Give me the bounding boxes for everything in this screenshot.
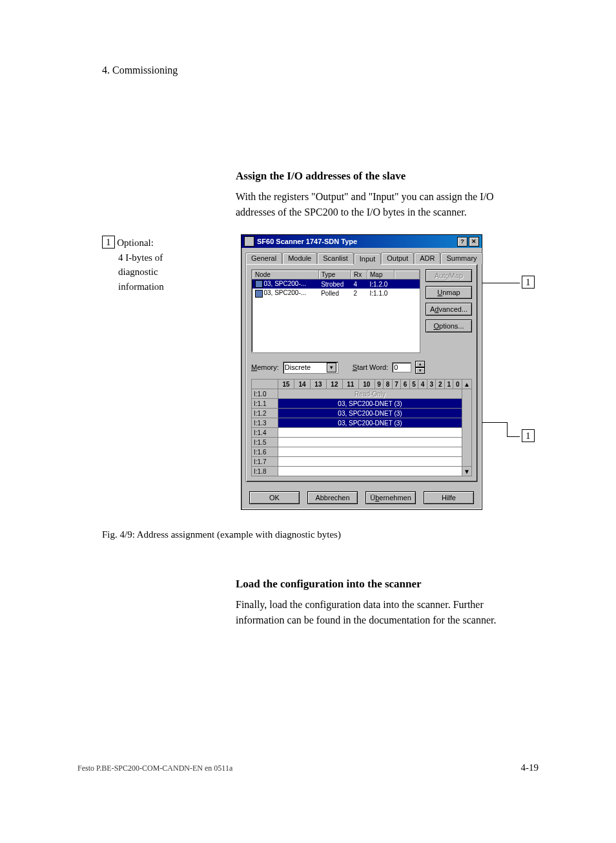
bit-row[interactable]: I:1.8▼ [252, 467, 472, 476]
left-annotation-l4: information [118, 279, 164, 294]
scanner-dialog: SF60 Scanner 1747-SDN Type ? ✕ General M… [241, 234, 482, 510]
leader-line [481, 422, 507, 423]
bit-row[interactable]: I:1.203, SPC200-DNET (3) [252, 409, 472, 418]
node-icon [255, 280, 263, 288]
help-button-bottom[interactable]: Hilfe [424, 491, 474, 504]
bit-row[interactable]: I:1.103, SPC200-DNET (3) [252, 399, 472, 409]
spinner-up-icon[interactable]: ▲ [415, 361, 425, 367]
callout-number-right-1: 1 [522, 276, 535, 289]
startword-spinner[interactable]: ▲ ▼ [415, 361, 425, 374]
leader-line [507, 422, 508, 436]
page-number: 4-19 [521, 762, 539, 773]
leader-line [507, 436, 520, 437]
section-heading-load: Load the configuration into the scanner [236, 578, 520, 591]
tab-module[interactable]: Module [282, 252, 317, 264]
left-annotation-l3: diagnostic [118, 265, 164, 279]
table-row[interactable]: 03, SPC200-... Polled 2 I:1.1.0 [252, 289, 420, 298]
startword-label: Start Word: [353, 363, 388, 371]
app-icon [244, 236, 254, 247]
chapter-header: 4. Commissioning [102, 65, 178, 76]
tab-summary[interactable]: Summary [440, 252, 482, 264]
ok-button[interactable]: OK [249, 491, 300, 504]
left-annotation-l1: Optional: [117, 238, 154, 248]
tab-input[interactable]: Input [354, 253, 381, 265]
options-button[interactable]: Options... [426, 320, 472, 332]
left-annotation-l2: 4 I-bytes of [118, 250, 164, 265]
bit-row[interactable]: I:1.303, SPC200-DNET (3) [252, 418, 472, 428]
callout-number-left: 1 [102, 236, 115, 249]
node-icon [255, 290, 263, 298]
help-button[interactable]: ? [457, 237, 467, 247]
spinner-down-icon[interactable]: ▼ [415, 367, 425, 374]
col-map[interactable]: Map [367, 270, 395, 279]
dialog-title: SF60 Scanner 1747-SDN Type [257, 238, 357, 245]
section-heading-assign: Assign the I/O addresses of the slave [236, 170, 520, 183]
left-annotation: 1 Optional: 4 I-bytes of diagnostic info… [102, 236, 164, 294]
tab-body: Node Type Rx Map 03, SPC200-... Strobed … [245, 263, 478, 482]
bit-row[interactable]: I:1.5 [252, 438, 472, 447]
figure-caption: Fig. 4/9: Address assignment (example wi… [102, 529, 341, 540]
bit-map-table[interactable]: 1514 1312 1110 98 76 54 32 10 ▲ I:1.0Rea… [251, 379, 472, 476]
tab-scanlist[interactable]: Scanlist [317, 252, 354, 264]
bit-row[interactable]: I:1.4 [252, 428, 472, 438]
startword-input[interactable]: 0 [392, 362, 411, 372]
table-row[interactable]: 03, SPC200-... Strobed 4 I:1.2.0 [252, 279, 420, 289]
apply-button[interactable]: Übernehmen [365, 491, 416, 504]
close-button[interactable]: ✕ [469, 237, 479, 247]
col-node[interactable]: Node [252, 270, 319, 279]
titlebar: SF60 Scanner 1747-SDN Type ? ✕ [241, 235, 482, 248]
col-rx[interactable]: Rx [351, 270, 367, 279]
unmap-button[interactable]: Unmap [426, 286, 472, 299]
node-table[interactable]: Node Type Rx Map 03, SPC200-... Strobed … [251, 269, 420, 353]
bit-row[interactable]: I:1.0Read-Only [252, 389, 472, 399]
automap-button[interactable]: AutoMap [426, 269, 472, 282]
chevron-down-icon[interactable]: ▼ [327, 363, 336, 372]
tab-output[interactable]: Output [381, 252, 414, 264]
scroll-up-icon[interactable]: ▲ [462, 380, 472, 389]
cancel-button[interactable]: Abbrechen [307, 491, 358, 504]
tabs-row: General Module Scanlist Input Output ADR… [241, 248, 482, 263]
bit-row[interactable]: I:1.7 [252, 457, 472, 467]
tab-general[interactable]: General [245, 252, 282, 264]
scroll-down-icon[interactable]: ▼ [462, 467, 472, 476]
memory-label: Memory: [251, 363, 279, 371]
section-para-assign: With the registers "Output" and "Input" … [236, 189, 520, 220]
advanced-button[interactable]: Advanced... [426, 303, 472, 316]
memory-dropdown[interactable]: Discrete ▼ [283, 361, 338, 374]
tab-adr[interactable]: ADR [414, 252, 440, 264]
callout-number-right-2: 1 [522, 429, 535, 442]
leader-line [481, 283, 520, 283]
footer-doc-id: Festo P.BE-SPC200-COM-CANDN-EN en 0511a [77, 764, 232, 773]
section-para-load: Finally, load the configuration data int… [236, 597, 520, 628]
bit-row[interactable]: I:1.6 [252, 447, 472, 457]
col-type[interactable]: Type [318, 270, 351, 279]
